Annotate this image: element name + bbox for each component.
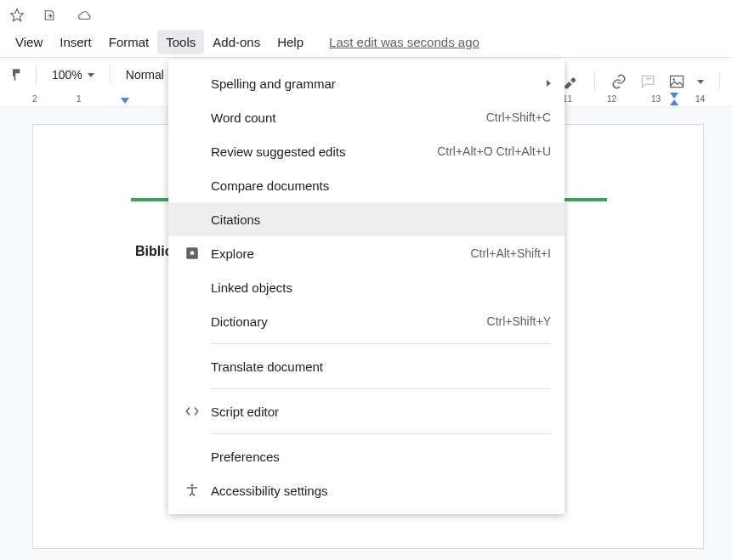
svg-rect-0 — [671, 76, 684, 87]
menu-item-shortcut: Ctrl+Shift+C — [486, 110, 551, 124]
menu-item-shortcut: Ctrl+Alt+O Ctrl+Alt+U — [437, 144, 551, 158]
menu-item-label: Translate document — [211, 359, 551, 374]
submenu-arrow-icon — [547, 80, 551, 87]
menu-addons[interactable]: Add-ons — [204, 30, 269, 54]
highlight-icon[interactable] — [562, 73, 579, 90]
menu-item-explore[interactable]: ExploreCtrl+Alt+Shift+I — [168, 236, 565, 270]
ruler-tick: 1 — [77, 94, 121, 104]
menu-insert[interactable]: Insert — [51, 30, 100, 54]
chevron-down-icon[interactable] — [697, 80, 704, 84]
menu-item-compare-documents[interactable]: Compare documents — [168, 168, 565, 202]
menu-separator — [211, 343, 551, 344]
menu-item-preferences[interactable]: Preferences — [168, 439, 565, 473]
last-edit-link[interactable]: Last edit was seconds ago — [329, 35, 479, 49]
cloud-icon[interactable] — [77, 7, 94, 24]
menu-item-label: Explore — [211, 246, 470, 261]
menu-item-label: Citations — [211, 212, 551, 227]
accessibility-icon — [182, 483, 202, 498]
indent-marker-icon[interactable] — [670, 99, 678, 105]
menu-item-shortcut: Ctrl+Shift+Y — [487, 314, 551, 328]
ruler-tick: 2 — [32, 94, 77, 104]
paragraph-style-selector[interactable]: Normal — [121, 65, 169, 85]
style-value: Normal — [126, 68, 164, 82]
script-icon — [182, 404, 202, 419]
svg-point-1 — [672, 78, 675, 81]
move-icon[interactable] — [43, 7, 60, 24]
zoom-selector[interactable]: 100% — [47, 65, 99, 85]
indent-marker-icon[interactable] — [670, 93, 678, 99]
toolbar-separator — [110, 65, 111, 84]
menu-item-label: Word count — [211, 110, 486, 125]
menu-separator — [211, 388, 551, 389]
ruler-tick: 12 — [607, 94, 651, 104]
ruler-tick: 13 — [651, 94, 695, 104]
menu-format[interactable]: Format — [100, 30, 158, 54]
menu-item-spelling-and-grammar[interactable]: Spelling and grammar — [168, 66, 565, 100]
menu-item-linked-objects[interactable]: Linked objects — [168, 270, 565, 304]
menu-item-word-count[interactable]: Word countCtrl+Shift+C — [168, 100, 565, 134]
menu-item-label: Linked objects — [211, 280, 551, 295]
link-icon[interactable] — [610, 73, 627, 90]
menu-view[interactable]: View — [7, 30, 51, 54]
chevron-down-icon — [88, 73, 94, 77]
menu-help[interactable]: Help — [269, 30, 312, 54]
menu-item-dictionary[interactable]: DictionaryCtrl+Shift+Y — [168, 304, 565, 338]
menu-item-citations[interactable]: Citations — [168, 202, 565, 236]
svg-point-3 — [191, 484, 194, 487]
menu-item-label: Preferences — [211, 450, 551, 464]
toolbar-separator — [594, 72, 595, 91]
menu-separator — [211, 433, 551, 434]
tools-dropdown-menu: Spelling and grammarWord countCtrl+Shift… — [168, 59, 565, 514]
menubar: View Insert Format Tools Add-ons Help La… — [0, 27, 732, 58]
ruler-tick: 14 — [695, 94, 732, 104]
menu-item-translate-document[interactable]: Translate document — [168, 349, 565, 383]
menu-item-label: Spelling and grammar — [211, 76, 547, 91]
indent-marker-icon[interactable] — [121, 98, 129, 104]
zoom-value: 100% — [52, 68, 82, 82]
toolbar-separator — [36, 65, 37, 84]
menu-item-label: Compare documents — [211, 178, 551, 193]
menu-item-shortcut: Ctrl+Alt+Shift+I — [470, 246, 551, 260]
toolbar-separator — [719, 72, 720, 91]
star-icon[interactable] — [9, 7, 26, 24]
menu-item-label: Accessibility settings — [211, 484, 551, 498]
title-icon-row — [0, 0, 732, 27]
menu-item-accessibility-settings[interactable]: Accessibility settings — [168, 473, 565, 507]
comment-icon[interactable] — [639, 73, 656, 90]
paint-format-icon[interactable] — [9, 66, 26, 83]
menu-tools[interactable]: Tools — [157, 30, 204, 54]
menu-item-label: Script editor — [211, 404, 551, 419]
explore-icon — [182, 246, 202, 261]
menu-item-label: Review suggested edits — [211, 144, 437, 159]
ruler-tick: 11 — [563, 94, 607, 104]
menu-item-review-suggested-edits[interactable]: Review suggested editsCtrl+Alt+O Ctrl+Al… — [168, 134, 565, 168]
toolbar-right — [562, 72, 723, 91]
image-icon[interactable] — [668, 73, 685, 90]
menu-item-label: Dictionary — [211, 314, 487, 329]
menu-item-script-editor[interactable]: Script editor — [168, 394, 565, 428]
